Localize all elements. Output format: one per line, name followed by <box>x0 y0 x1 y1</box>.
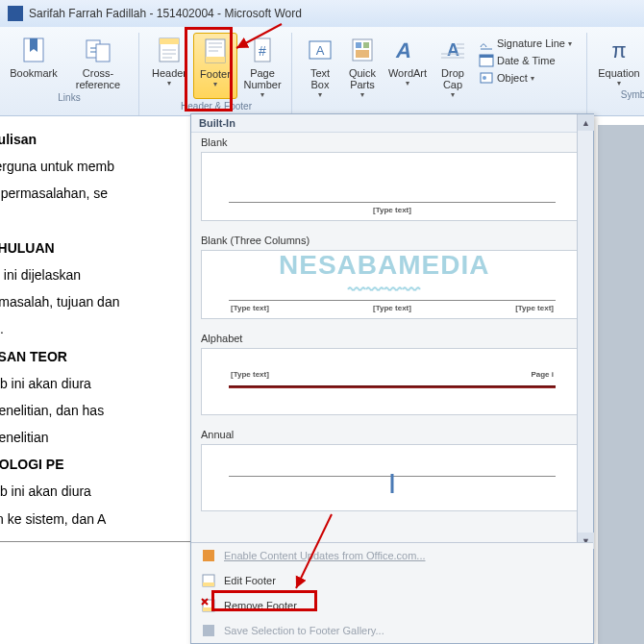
bookmark-button[interactable]: Bookmark <box>6 33 62 90</box>
text-box-icon: A <box>305 35 335 65</box>
page-number-icon: # <box>247 35 278 65</box>
menu-office-updates: Enable Content Updates from Office.com..… <box>191 543 593 568</box>
group-links: Bookmark Cross-reference Links <box>0 33 139 115</box>
chevron-down-icon: ▾ <box>167 79 171 87</box>
chevron-down-icon: ▾ <box>451 90 455 99</box>
ribbon: Bookmark Cross-reference Links Header ▾ … <box>0 27 644 116</box>
gallery-item-annual[interactable] <box>201 444 583 511</box>
quick-parts-icon <box>347 35 378 65</box>
object-icon <box>479 70 494 86</box>
gallery-item-alphabet[interactable]: [Type text] Page i <box>201 348 583 415</box>
signature-line-button[interactable]: Signature Line ▾ <box>475 35 581 52</box>
menu-save-selection: Save Selection to Footer Gallery... <box>191 618 593 643</box>
group-text: A Text Box ▾ Quick Parts ▾ A WordArt ▾ A… <box>294 33 587 115</box>
gallery-footer-menu: Enable Content Updates from Office.com..… <box>191 542 593 643</box>
svg-rect-27 <box>203 607 214 611</box>
group-symbols: π Equation ▾ Ω Symbol Symbols <box>589 33 644 115</box>
chevron-down-icon: ▾ <box>318 90 322 99</box>
cross-reference-button[interactable]: Cross-reference <box>63 33 133 90</box>
cross-reference-icon <box>83 35 113 65</box>
svg-rect-14 <box>356 50 369 58</box>
bookmark-icon <box>18 35 49 65</box>
svg-rect-2 <box>96 44 110 62</box>
drop-cap-button[interactable]: A Drop Cap ▾ <box>433 33 473 99</box>
chevron-down-icon: ▾ <box>617 79 621 87</box>
svg-rect-4 <box>160 38 179 44</box>
office-icon <box>201 548 216 563</box>
app-icon <box>8 6 23 21</box>
svg-text:π: π <box>611 38 626 62</box>
menu-edit-footer[interactable]: Edit Footer <box>191 568 593 593</box>
footer-gallery-dropdown: Built-In Blank [Type text] Blank (Three … <box>190 113 594 644</box>
gallery-item-annual-label: Annual <box>191 425 593 442</box>
scroll-up-button[interactable]: ▲ <box>578 114 594 131</box>
page-margin-area <box>598 125 644 644</box>
gallery-item-blank3-label: Blank (Three Columns) <box>191 231 593 248</box>
equation-icon: π <box>604 35 634 65</box>
wordart-button[interactable]: A WordArt ▾ <box>384 33 431 99</box>
signature-icon <box>479 36 494 51</box>
window-titlebar: Sarifah Farrah Fadillah - 151402004 - Mi… <box>0 0 644 27</box>
gallery-scrollbar[interactable]: ▲ ▼ <box>577 114 593 549</box>
chevron-down-icon: ▾ <box>360 90 364 99</box>
gallery-item-blank3[interactable]: [Type text] [Type text] [Type text] <box>201 250 583 319</box>
svg-rect-23 <box>203 550 214 561</box>
quick-parts-button[interactable]: Quick Parts ▾ <box>342 33 383 99</box>
svg-text:A: A <box>316 43 325 58</box>
svg-rect-25 <box>203 582 214 586</box>
document-text: itika Penulisan itika ini berguna untuk … <box>0 125 192 542</box>
svg-rect-28 <box>203 625 214 636</box>
wordart-icon: A <box>392 35 423 65</box>
page-number-button[interactable]: # Page Number ▾ <box>239 33 285 99</box>
window-title: Sarifah Farrah Fadillah - 151402004 - Mi… <box>29 7 302 20</box>
svg-text:#: # <box>259 43 266 59</box>
save-gallery-icon <box>201 623 216 638</box>
date-time-button[interactable]: Date & Time <box>475 52 581 69</box>
footer-icon <box>200 36 231 66</box>
svg-rect-6 <box>206 57 225 62</box>
gallery-item-alphabet-label: Alphabet <box>191 329 593 346</box>
object-button[interactable]: Object ▾ <box>475 69 581 87</box>
group-header-footer: Header ▾ Footer ▾ # Page Number ▾ Header… <box>141 33 292 115</box>
gallery-section-builtin: Built-In <box>191 114 593 133</box>
gallery-item-blank[interactable]: [Type text] <box>201 152 583 221</box>
svg-rect-13 <box>363 42 369 48</box>
chevron-down-icon: ▾ <box>213 80 217 88</box>
svg-rect-18 <box>480 55 493 58</box>
drop-cap-icon: A <box>437 35 468 65</box>
menu-remove-footer[interactable]: Remove Footer <box>191 593 593 618</box>
chevron-down-icon: ▾ <box>260 90 264 99</box>
header-icon <box>154 35 185 65</box>
svg-point-20 <box>483 76 486 80</box>
text-box-button[interactable]: A Text Box ▾ <box>300 33 340 99</box>
date-time-icon <box>479 53 494 68</box>
footer-button[interactable]: Footer ▾ <box>193 33 237 99</box>
chevron-down-icon: ▾ <box>406 79 409 87</box>
gallery-item-blank-label: Blank <box>191 133 593 150</box>
edit-footer-icon <box>201 573 216 588</box>
equation-button[interactable]: π Equation ▾ <box>595 33 643 87</box>
header-button[interactable]: Header ▾ <box>147 33 191 99</box>
remove-footer-icon <box>201 598 216 613</box>
svg-text:A: A <box>394 38 414 62</box>
svg-text:A: A <box>447 40 459 60</box>
svg-rect-12 <box>356 42 361 48</box>
